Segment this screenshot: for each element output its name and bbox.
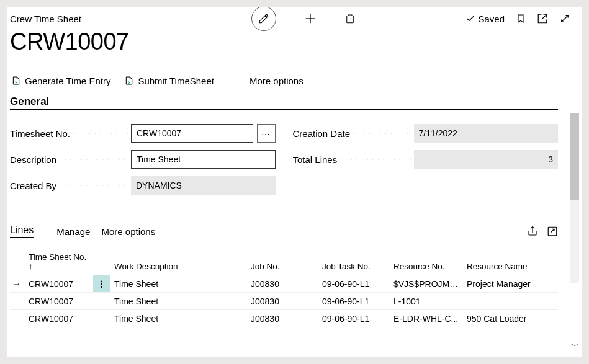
page-title: CRW10007 — [7, 29, 582, 64]
pencil-icon — [258, 13, 269, 24]
lines-title[interactable]: Lines — [10, 224, 34, 238]
cell[interactable]: 09-06-90-L1 — [318, 310, 390, 327]
cell[interactable]: 09-06-90-L1 — [318, 275, 390, 293]
vertical-scrollbar[interactable] — [570, 113, 579, 283]
cell[interactable]: E-LDR-WHL-C... — [390, 310, 463, 327]
lines-table: Time Sheet No. ↑ Work Description Job No… — [10, 246, 558, 327]
bookmark-button[interactable] — [516, 12, 526, 25]
col-resource-no[interactable]: Resource No. — [390, 246, 463, 275]
timesheet-no-lookup-button[interactable]: ··· — [257, 124, 276, 143]
general-fields: Timesheet No. ··· Description Created By… — [10, 110, 558, 201]
plus-icon — [303, 12, 317, 25]
creation-date-label: Creation Date — [293, 128, 414, 139]
svg-line-8 — [551, 229, 554, 232]
spacer — [10, 201, 579, 220]
table-row[interactable]: CRW10007Time SheetJ0083009-06-90-L1E-LDR… — [10, 310, 558, 327]
generate-label: Generate Time Entry — [25, 76, 110, 86]
submit-timesheet-button[interactable]: Submit TimeSheet — [124, 75, 214, 86]
svg-line-5 — [562, 16, 569, 22]
description-label: Description — [10, 154, 131, 165]
edit-button[interactable] — [251, 7, 276, 31]
row-indicator-arrow-icon: → — [12, 279, 21, 289]
col-job-task-no[interactable]: Job Task No. — [318, 246, 390, 275]
lines-bar: Lines Manage More options — [10, 220, 579, 242]
scroll-thumb[interactable] — [570, 113, 579, 200]
scroll-down-list-button[interactable]: ﹀ — [571, 340, 579, 352]
creation-date-value: 7/11/2022 — [414, 124, 559, 143]
cell[interactable]: J00830 — [247, 293, 318, 310]
col-work-description[interactable]: Work Description — [110, 246, 247, 275]
saved-indicator: Saved — [465, 14, 505, 24]
row-actions-button[interactable]: ⋮ — [93, 275, 110, 293]
top-center-actions — [251, 7, 356, 31]
divider — [10, 64, 579, 64]
col-resource-name[interactable]: Resource Name — [463, 246, 558, 275]
breadcrumb: Crew Time Sheet — [10, 14, 81, 24]
share-button[interactable] — [527, 226, 538, 237]
created-by-label: Created By — [10, 180, 131, 191]
cell[interactable]: 950 Cat Loader — [463, 310, 558, 327]
popout-icon — [537, 13, 548, 24]
saved-label: Saved — [478, 14, 505, 24]
page-card: Crew Time Sheet Saved — [7, 7, 582, 357]
col-job-no[interactable]: Job No. — [247, 246, 318, 275]
table-row[interactable]: CRW10007Time SheetJ0083009-06-90-L1L-100… — [10, 293, 558, 310]
detach-button[interactable] — [547, 226, 558, 237]
divider — [232, 72, 232, 89]
col-timesheet-no[interactable]: Time Sheet No. ↑ — [10, 246, 93, 275]
timesheet-no-link[interactable]: CRW10007 — [29, 279, 73, 289]
cell[interactable]: 09-06-90-L1 — [318, 293, 390, 310]
row-actions-button[interactable] — [93, 310, 110, 327]
cell[interactable]: L-1001 — [390, 293, 463, 310]
topbar: Crew Time Sheet Saved — [7, 7, 582, 29]
delete-button[interactable] — [344, 12, 356, 25]
lines-manage-button[interactable]: Manage — [56, 226, 90, 237]
top-right-actions: Saved — [465, 12, 570, 25]
col-actions — [93, 246, 110, 275]
cell[interactable]: $VJS$PROJMGR — [390, 275, 463, 293]
more-label: More options — [250, 76, 303, 86]
action-bar: Generate Time Entry Submit TimeSheet Mor… — [10, 69, 579, 93]
cell[interactable]: J00830 — [247, 275, 318, 293]
svg-rect-2 — [346, 16, 353, 23]
cell[interactable]: Project Manager — [463, 275, 558, 293]
expand-icon — [559, 13, 570, 24]
cell[interactable] — [463, 293, 558, 310]
table-row[interactable]: →CRW10007⋮Time SheetJ0083009-06-90-L1$VJ… — [10, 275, 558, 293]
submit-label: Submit TimeSheet — [138, 76, 214, 86]
expand-button[interactable] — [559, 13, 570, 24]
divider — [45, 224, 45, 239]
check-icon — [465, 14, 475, 24]
section-general-title[interactable]: General — [10, 93, 558, 110]
popout-icon — [547, 226, 558, 237]
description-input[interactable] — [131, 150, 276, 169]
content: Generate Time Entry Submit TimeSheet Mor… — [7, 64, 582, 327]
total-lines-label: Total Lines — [293, 154, 414, 165]
cell[interactable]: J00830 — [247, 310, 318, 327]
timesheet-no-input[interactable] — [131, 124, 253, 143]
trash-icon — [344, 12, 356, 25]
total-lines-value: 3 — [414, 150, 559, 169]
cell[interactable]: Time Sheet — [110, 275, 247, 293]
share-icon — [527, 226, 538, 237]
row-actions-button[interactable] — [93, 293, 110, 310]
new-button[interactable] — [303, 12, 317, 25]
lines-more-options-button[interactable]: More options — [101, 226, 155, 237]
more-options-button[interactable]: More options — [250, 76, 303, 86]
bookmark-icon — [516, 12, 526, 25]
cell[interactable]: Time Sheet — [110, 293, 247, 310]
document-arrow-icon — [11, 75, 21, 86]
cell[interactable]: Time Sheet — [110, 310, 247, 327]
created-by-value: DYNAMICS — [131, 176, 276, 195]
generate-time-entry-button[interactable]: Generate Time Entry — [11, 75, 110, 86]
document-arrow-icon — [124, 75, 134, 86]
timesheet-no-label: Timesheet No. — [10, 128, 131, 139]
popout-button[interactable] — [537, 13, 548, 24]
